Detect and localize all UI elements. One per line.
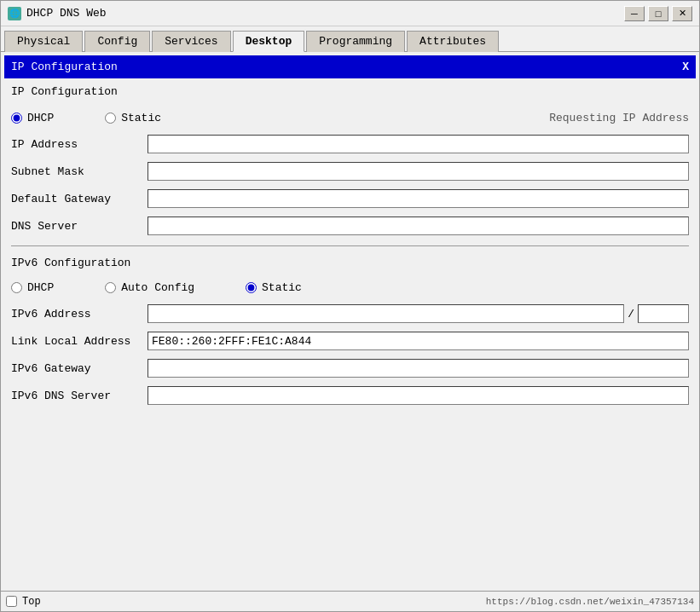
tab-physical[interactable]: Physical (4, 31, 83, 52)
ip-config-close-button[interactable]: X (682, 61, 689, 73)
ipv6-dhcp-radio[interactable] (11, 282, 22, 293)
ipv6-auto-label[interactable]: Auto Config (121, 281, 194, 294)
tab-attributes[interactable]: Attributes (407, 31, 499, 52)
link-local-address-label: Link Local Address (11, 335, 148, 348)
ip-address-label: IP Address (11, 138, 148, 151)
statusbar-url: https://blog.csdn.net/weixin_47357134 (486, 597, 694, 607)
tab-desktop[interactable]: Desktop (233, 31, 305, 52)
ip-radio-row: DHCP Static Requesting IP Address (1, 105, 699, 131)
ipv6-prefix-length-input[interactable] (638, 304, 689, 323)
statusbar: Top https://blog.csdn.net/weixin_4735713… (1, 591, 699, 611)
ip-config-subtitle: IP Configuration (1, 82, 699, 105)
ipv6-dns-server-label: IPv6 DNS Server (11, 390, 148, 402)
link-local-address-input[interactable] (148, 332, 689, 350)
close-button[interactable]: ✕ (672, 6, 692, 21)
ipv6-address-input-group: / (148, 304, 689, 323)
ipv6-dns-server-input[interactable] (148, 386, 689, 405)
statusbar-left: Top (6, 596, 41, 608)
desktop-panel: IP Configuration X IP Configuration DHCP… (1, 55, 699, 408)
static-label[interactable]: Static (121, 112, 161, 124)
ipv6-address-input[interactable] (148, 304, 624, 323)
ipv6-dhcp-radio-group: DHCP (11, 281, 54, 294)
ipv6-address-row: IPv6 Address / (1, 301, 699, 326)
tab-config-label: Config (97, 35, 137, 48)
ipv6-address-label: IPv6 Address (11, 308, 148, 320)
static-radio-group: Static (105, 112, 161, 124)
tab-programming[interactable]: Programming (306, 31, 405, 52)
ip-config-title: IP Configuration (11, 61, 118, 73)
dns-server-input[interactable] (148, 217, 689, 235)
main-window: 🌐 DHCP DNS Web ─ □ ✕ Physical Config Ser… (0, 0, 700, 612)
static-radio[interactable] (105, 113, 116, 124)
dhcp-radio[interactable] (11, 113, 22, 124)
ipv6-dhcp-label[interactable]: DHCP (27, 281, 54, 294)
maximize-button[interactable]: □ (648, 6, 668, 21)
tab-physical-label: Physical (17, 35, 70, 48)
default-gateway-row: Default Gateway (1, 186, 699, 211)
app-icon: 🌐 (8, 7, 21, 20)
ipv6-config-title: IPv6 Configuration (1, 253, 699, 274)
ipv6-dns-server-row: IPv6 DNS Server (1, 383, 699, 408)
top-checkbox[interactable] (6, 596, 17, 607)
content-area: IP Configuration X IP Configuration DHCP… (1, 52, 699, 591)
ipv6-gateway-label: IPv6 Gateway (11, 362, 148, 375)
ipv6-gateway-input[interactable] (148, 359, 689, 378)
app-icon-symbol: 🌐 (9, 9, 20, 19)
ipv6-radio-row: DHCP Auto Config Static (1, 274, 699, 301)
ip-status-text: Requesting IP Address (549, 112, 689, 124)
tab-config[interactable]: Config (84, 31, 150, 52)
tab-services[interactable]: Services (152, 31, 230, 52)
subnet-mask-row: Subnet Mask (1, 159, 699, 184)
subnet-mask-input[interactable] (148, 162, 689, 181)
tab-desktop-label: Desktop (246, 35, 292, 48)
ipv6-auto-radio[interactable] (105, 282, 116, 293)
tab-attributes-label: Attributes (419, 35, 486, 48)
ip-address-row: IP Address (1, 131, 699, 157)
titlebar-controls: ─ □ ✕ (624, 6, 692, 21)
titlebar: 🌐 DHCP DNS Web ─ □ ✕ (1, 1, 699, 26)
ipv6-auto-radio-group: Auto Config (105, 281, 194, 294)
ipv6-static-label[interactable]: Static (262, 281, 302, 294)
ip-config-header: IP Configuration X (4, 55, 696, 78)
tabs-bar: Physical Config Services Desktop Program… (1, 26, 699, 52)
tab-services-label: Services (165, 35, 217, 48)
subnet-mask-label: Subnet Mask (11, 165, 148, 178)
dhcp-label[interactable]: DHCP (27, 112, 54, 124)
ip-address-input[interactable] (148, 135, 689, 153)
window-title: DHCP DNS Web (26, 7, 624, 20)
link-local-address-row: Link Local Address (1, 328, 699, 354)
statusbar-top-label: Top (22, 596, 41, 608)
ipv6-slash-separator: / (624, 308, 638, 320)
ipv6-static-radio[interactable] (246, 282, 257, 293)
tab-programming-label: Programming (319, 35, 392, 48)
default-gateway-input[interactable] (148, 189, 689, 208)
dns-server-row: DNS Server (1, 213, 699, 239)
dhcp-radio-group: DHCP (11, 112, 54, 124)
ipv6-static-radio-group: Static (246, 281, 302, 294)
minimize-button[interactable]: ─ (624, 6, 645, 21)
dns-server-label: DNS Server (11, 220, 148, 233)
default-gateway-label: Default Gateway (11, 193, 148, 205)
section-divider (11, 245, 689, 246)
ipv6-gateway-row: IPv6 Gateway (1, 355, 699, 381)
